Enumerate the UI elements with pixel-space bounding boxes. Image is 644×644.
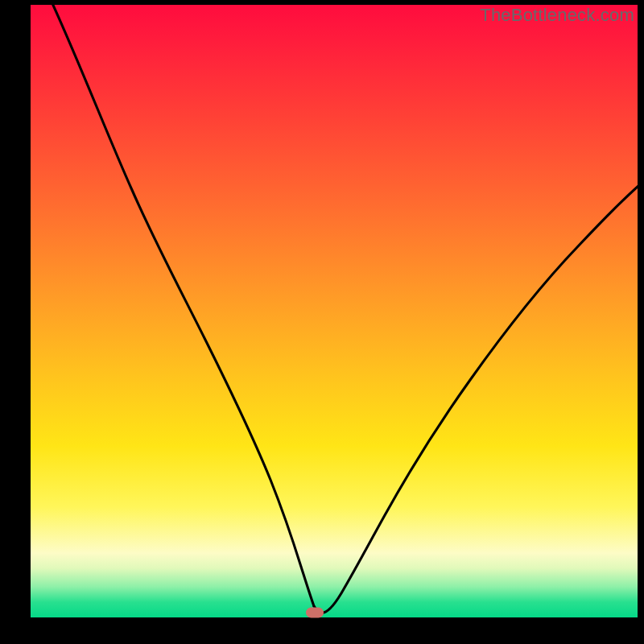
chart-frame: TheBottleneck.com — [0, 0, 644, 644]
optimal-point-marker — [306, 607, 324, 617]
watermark-text: TheBottleneck.com — [480, 5, 634, 26]
plot-area — [31, 5, 638, 617]
bottleneck-curve — [31, 5, 638, 617]
